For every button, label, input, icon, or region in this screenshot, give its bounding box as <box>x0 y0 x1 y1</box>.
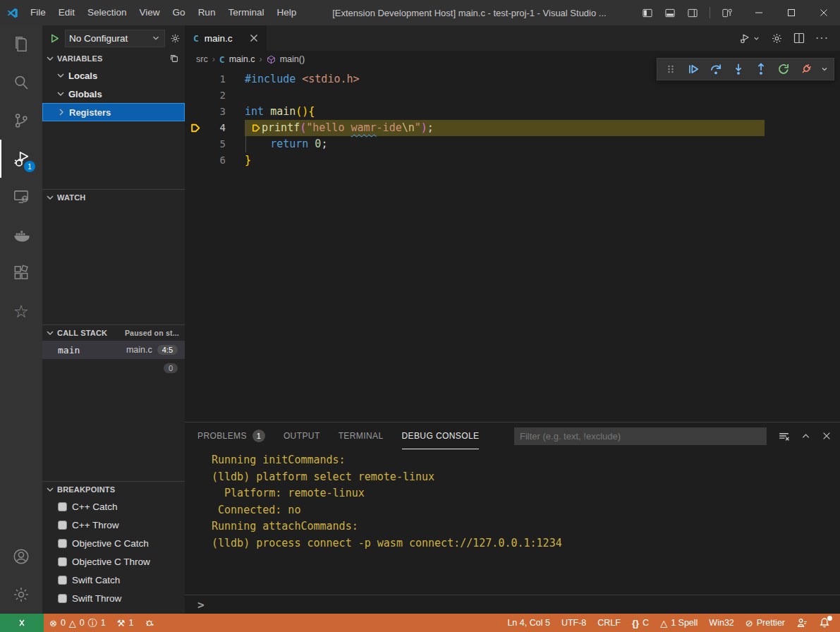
customize-layout-icon[interactable] <box>722 8 733 18</box>
start-debug-icon[interactable] <box>49 33 60 44</box>
eol-status[interactable]: CRLF <box>592 614 626 632</box>
step-into-icon[interactable] <box>729 60 748 78</box>
breakpoint-checkbox[interactable] <box>58 557 67 566</box>
panel-tab-problems[interactable]: PROBLEMS1 <box>197 423 265 449</box>
debug-session-dropdown-icon[interactable] <box>820 60 829 78</box>
spell-checker-status[interactable]: △ 1 Spell <box>655 614 703 632</box>
glyph-margin <box>185 104 206 120</box>
menu-run[interactable]: Run <box>192 0 222 25</box>
remote-indicator[interactable] <box>0 614 44 632</box>
close-panel-icon[interactable] <box>822 431 832 441</box>
formatter-status[interactable]: ⊘ Prettier <box>740 614 791 632</box>
menu-go[interactable]: Go <box>166 0 192 25</box>
breakpoint-checkbox[interactable] <box>58 521 67 530</box>
wamr-ide-star-icon[interactable]: ☆ <box>0 292 42 330</box>
debug-status[interactable] <box>139 614 162 632</box>
call-stack-status: Paused on st... <box>114 329 179 337</box>
breakpoint-row[interactable]: Swift Throw <box>42 589 185 607</box>
toggle-sidebar-icon[interactable] <box>642 8 653 18</box>
breakpoint-row[interactable]: Objective C Catch <box>42 534 185 552</box>
extensions-icon[interactable] <box>0 254 42 292</box>
debug-console-output[interactable]: Running initCommands:(lldb) platform sel… <box>185 449 840 595</box>
breadcrumb-symbol[interactable]: main() <box>280 54 305 64</box>
menu-view[interactable]: View <box>133 0 166 25</box>
symbol-cube-icon <box>267 55 276 64</box>
minimize-button[interactable] <box>743 0 775 25</box>
breakpoint-row[interactable]: Objective C Throw <box>42 552 185 571</box>
panel-tab-debug-console[interactable]: DEBUG CONSOLE <box>402 423 480 449</box>
debug-config-dropdown[interactable]: No Configurat <box>65 30 165 47</box>
breadcrumb-folder[interactable]: src <box>196 54 208 64</box>
breakpoint-row[interactable]: Swift Catch <box>42 571 185 589</box>
platform-status[interactable]: Win32 <box>703 614 739 632</box>
debug-settings-gear-icon[interactable] <box>170 33 181 44</box>
breakpoint-checkbox[interactable] <box>58 502 67 511</box>
search-icon[interactable] <box>0 63 42 102</box>
watch-header[interactable]: WATCH <box>42 190 185 205</box>
run-or-debug-icon[interactable] <box>739 32 760 44</box>
console-line: (lldb) process connect -p wasm connect:/… <box>212 535 840 552</box>
menu-help[interactable]: Help <box>270 0 303 25</box>
code-token: wamr <box>351 120 376 136</box>
breakpoint-row[interactable]: C++ Catch <box>42 497 185 516</box>
continue-icon[interactable] <box>684 60 702 78</box>
debug-console-input[interactable]: > <box>185 595 840 614</box>
breakpoint-checkbox[interactable] <box>58 576 67 585</box>
code-token: ; <box>321 136 327 152</box>
split-editor-icon[interactable] <box>793 32 805 44</box>
tools-status[interactable]: ⚒ 1 <box>111 614 140 632</box>
settings-gear-icon[interactable] <box>0 576 42 614</box>
menu-edit[interactable]: Edit <box>52 0 81 25</box>
disconnect-icon[interactable] <box>797 60 815 78</box>
problems-status[interactable]: ⊗ 0 △ 0 ⓘ 1 <box>44 614 111 632</box>
line-number: 6 <box>206 152 226 169</box>
panel-tab-output[interactable]: OUTPUT <box>284 423 320 449</box>
cursor-position-status[interactable]: Ln 4, Col 5 <box>501 614 555 632</box>
step-over-icon[interactable] <box>707 60 725 78</box>
variables-scope-globals[interactable]: Globals <box>42 85 185 103</box>
menu-selection[interactable]: Selection <box>81 0 133 25</box>
feedback-icon[interactable] <box>791 614 813 632</box>
menu-terminal[interactable]: Terminal <box>221 0 270 25</box>
breadcrumb-file[interactable]: main.c <box>229 54 255 64</box>
maximize-panel-icon[interactable] <box>801 431 811 442</box>
breakpoints-section: BREAKPOINTS C++ CatchC++ ThrowObjective … <box>42 481 185 614</box>
breakpoint-row[interactable]: C++ Throw <box>42 516 185 534</box>
menu-file[interactable]: File <box>24 0 52 25</box>
notifications-bell-icon[interactable] <box>813 614 836 632</box>
breakpoints-header[interactable]: BREAKPOINTS <box>42 482 185 497</box>
variables-scope-locals[interactable]: Locals <box>42 66 185 85</box>
panel-tab-terminal[interactable]: TERMINAL <box>339 423 384 449</box>
close-button[interactable] <box>808 0 840 25</box>
maximize-button[interactable] <box>775 0 808 25</box>
tab-close-icon[interactable] <box>250 34 258 42</box>
editor-settings-gear-icon[interactable] <box>771 32 783 44</box>
variables-scope-registers[interactable]: Registers <box>42 103 185 121</box>
toggle-panel-icon[interactable] <box>664 8 676 18</box>
accounts-icon[interactable] <box>0 537 42 576</box>
console-filter-input[interactable] <box>514 427 767 445</box>
stack-frame-row[interactable]: main main.c 4:5 <box>42 341 185 359</box>
explorer-icon[interactable] <box>0 25 42 63</box>
run-and-debug-icon[interactable]: 1 <box>0 140 42 178</box>
stack-thread-row[interactable]: 0 <box>42 359 185 377</box>
docker-icon[interactable] <box>0 216 42 254</box>
clear-console-icon[interactable] <box>778 430 790 442</box>
language-mode-status[interactable]: {} C <box>626 614 655 632</box>
toggle-secondary-sidebar-icon[interactable] <box>687 8 698 18</box>
breakpoint-checkbox[interactable] <box>58 594 67 603</box>
source-control-icon[interactable] <box>0 102 42 140</box>
variables-header[interactable]: VARIABLES <box>42 51 185 66</box>
encoding-status[interactable]: UTF-8 <box>556 614 592 632</box>
more-actions-icon[interactable]: ··· <box>815 32 829 44</box>
step-out-icon[interactable] <box>752 60 770 78</box>
restart-icon[interactable] <box>774 60 793 78</box>
inline-debug-arrow-icon <box>251 123 262 133</box>
tab-main-c[interactable]: C main.c <box>185 25 267 51</box>
drag-handle-icon[interactable] <box>662 60 680 78</box>
copy-icon[interactable] <box>169 54 179 63</box>
code-editor[interactable]: 1#include <stdio.h>23int main(){4 printf… <box>185 68 840 422</box>
remote-explorer-icon[interactable] <box>0 178 42 216</box>
breakpoint-checkbox[interactable] <box>58 539 67 548</box>
call-stack-header[interactable]: CALL STACK Paused on st... <box>42 325 185 341</box>
